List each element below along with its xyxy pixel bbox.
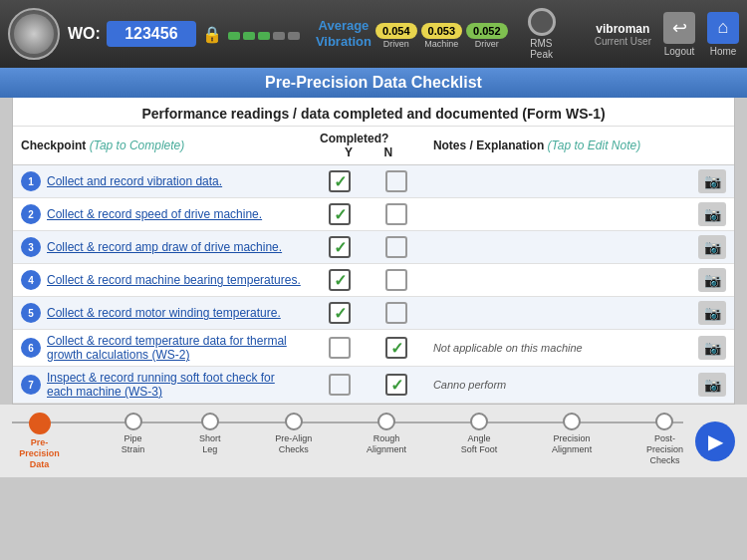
checkbox-y-2[interactable]: ✓	[329, 203, 351, 225]
play-button[interactable]: ▶	[695, 421, 735, 461]
home-button[interactable]: ⌂ Home	[707, 12, 739, 57]
checkbox-y-5[interactable]: ✓	[312, 297, 369, 330]
checkpoint-num-7: 7	[21, 375, 41, 395]
checkbox-n-4[interactable]	[369, 264, 425, 297]
progress-dot-5	[288, 32, 300, 40]
camera-button-2[interactable]: 📷	[698, 202, 726, 226]
checkmark-y-2: ✓	[334, 205, 347, 224]
camera-button-3[interactable]: 📷	[698, 235, 726, 259]
th-completed: Completed? Y N	[312, 127, 425, 165]
camera-cell-1[interactable]: 📷	[690, 165, 734, 198]
note-text-7: Canno perform	[433, 379, 506, 391]
checkbox-n-7[interactable]: ✓	[385, 374, 407, 396]
rms-dial	[528, 8, 556, 36]
step-item-3[interactable]: Pre-AlignChecks	[275, 413, 312, 455]
checkbox-n-2[interactable]	[369, 198, 425, 231]
logout-label: Logout	[664, 46, 695, 57]
checkpoint-cell-4[interactable]: 4 Collect & record machine bearing tempe…	[13, 264, 312, 297]
checkmark-y-3: ✓	[334, 238, 347, 257]
step-item-4[interactable]: RoughAlignment	[367, 413, 406, 455]
checkpoint-link-2[interactable]: Collect & record speed of drive machine.	[47, 207, 262, 221]
checkpoint-cell-5[interactable]: 5 Collect & record motor winding tempera…	[13, 297, 312, 330]
checkbox-y-7[interactable]	[329, 374, 351, 396]
table-row: 4 Collect & record machine bearing tempe…	[13, 264, 734, 297]
checkpoint-cell-2[interactable]: 2 Collect & record speed of drive machin…	[13, 198, 312, 231]
camera-cell-3[interactable]: 📷	[690, 231, 734, 264]
checkbox-n-2[interactable]	[385, 203, 407, 225]
camera-cell-4[interactable]: 📷	[690, 264, 734, 297]
camera-button-1[interactable]: 📷	[698, 169, 726, 193]
checkpoint-link-1[interactable]: Collect and record vibration data.	[47, 174, 222, 188]
table-row: 3 Collect & record amp draw of drive mac…	[13, 231, 734, 264]
checkbox-n-6[interactable]: ✓	[385, 337, 407, 359]
camera-button-4[interactable]: 📷	[698, 268, 726, 292]
checkbox-n-6[interactable]: ✓	[369, 330, 425, 367]
checkmark-n-7: ✓	[390, 376, 403, 395]
checkpoint-link-5[interactable]: Collect & record motor winding temperatu…	[47, 306, 281, 320]
checkbox-n-5[interactable]	[385, 302, 407, 324]
checkbox-n-3[interactable]	[385, 236, 407, 258]
checkbox-y-4[interactable]: ✓	[312, 264, 369, 297]
checkpoint-link-3[interactable]: Collect & record amp draw of drive machi…	[47, 240, 282, 254]
wo-label: WO:	[68, 25, 101, 43]
note-cell-3[interactable]	[425, 231, 690, 264]
note-cell-7[interactable]: Canno perform	[425, 367, 690, 404]
checkbox-y-7[interactable]	[312, 367, 369, 404]
note-cell-5[interactable]	[425, 297, 690, 330]
checkbox-y-3[interactable]: ✓	[329, 236, 351, 258]
checkpoint-cell-1[interactable]: 1 Collect and record vibration data.	[13, 165, 312, 198]
checkbox-n-3[interactable]	[369, 231, 425, 264]
home-label: Home	[710, 46, 737, 57]
table-row: 1 Collect and record vibration data. ✓ 📷	[13, 165, 734, 198]
avg-vibration-section: Average Vibration 0.054 Driven 0.053 Mac…	[316, 18, 508, 49]
user-info: vibroman Current User	[595, 22, 651, 47]
step-item-6[interactable]: PrecisionAlignment	[552, 413, 592, 455]
checkbox-n-4[interactable]	[385, 269, 407, 291]
checkbox-y-3[interactable]: ✓	[312, 231, 369, 264]
vib-badge-driver: 0.052	[466, 23, 508, 39]
step-item-0[interactable]: Pre-PrecisionData	[12, 413, 67, 469]
step-item-7[interactable]: Post-PrecisionChecks	[646, 413, 683, 465]
camera-cell-6[interactable]: 📷	[690, 330, 734, 367]
checkbox-y-2[interactable]: ✓	[312, 198, 369, 231]
checkbox-y-6[interactable]	[329, 337, 351, 359]
checkpoint-link-7[interactable]: Inspect & record running soft foot check…	[47, 371, 304, 399]
th-checkpoint: Checkpoint (Tap to Complete)	[13, 127, 312, 165]
note-cell-2[interactable]	[425, 198, 690, 231]
wo-number-input[interactable]	[107, 21, 196, 47]
th-n: N	[369, 145, 408, 159]
step-label-1: PipeStrain	[122, 433, 145, 455]
logout-icon: ↩	[663, 12, 695, 44]
note-cell-1[interactable]	[425, 165, 690, 198]
checkbox-y-1[interactable]: ✓	[329, 170, 351, 192]
camera-cell-5[interactable]: 📷	[690, 297, 734, 330]
step-item-5[interactable]: AngleSoft Foot	[461, 413, 498, 455]
step-item-2[interactable]: ShortLeg	[199, 413, 221, 455]
checkpoint-link-4[interactable]: Collect & record machine bearing tempera…	[47, 273, 301, 287]
th-notes: Notes / Explanation (Tap to Edit Note)	[425, 127, 690, 165]
camera-button-6[interactable]: 📷	[698, 336, 726, 360]
checkpoint-cell-7[interactable]: 7 Inspect & record running soft foot che…	[13, 367, 312, 404]
checkbox-y-6[interactable]	[312, 330, 369, 367]
checkpoint-link-6[interactable]: Collect & record temperature data for th…	[47, 334, 304, 362]
step-item-1[interactable]: PipeStrain	[122, 413, 145, 455]
checkbox-y-5[interactable]: ✓	[329, 302, 351, 324]
camera-button-5[interactable]: 📷	[698, 301, 726, 325]
checkbox-n-7[interactable]: ✓	[369, 367, 425, 404]
note-cell-6[interactable]: Not applicable on this machine	[425, 330, 690, 367]
checkpoint-cell-3[interactable]: 3 Collect & record amp draw of drive mac…	[13, 231, 312, 264]
note-text-6: Not applicable on this machine	[433, 342, 583, 354]
progress-dot-4	[273, 32, 285, 40]
camera-button-7[interactable]: 📷	[698, 373, 726, 397]
checkbox-n-1[interactable]	[385, 170, 407, 192]
logout-button[interactable]: ↩ Logout	[663, 12, 695, 57]
checkpoint-cell-6[interactable]: 6 Collect & record temperature data for …	[13, 330, 312, 367]
checkbox-n-5[interactable]	[369, 297, 425, 330]
checkbox-n-1[interactable]	[369, 165, 425, 198]
form-title: Performance readings / data completed an…	[13, 98, 734, 127]
checkbox-y-4[interactable]: ✓	[329, 269, 351, 291]
checkbox-y-1[interactable]: ✓	[312, 165, 369, 198]
note-cell-4[interactable]	[425, 264, 690, 297]
camera-cell-2[interactable]: 📷	[690, 198, 734, 231]
camera-cell-7[interactable]: 📷	[690, 367, 734, 404]
